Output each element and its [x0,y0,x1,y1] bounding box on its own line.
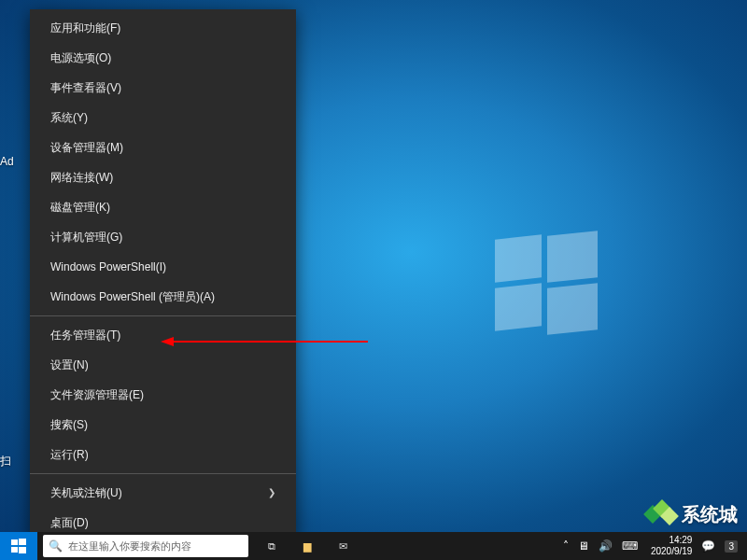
taskbar-app-explorer[interactable]: ▆ [289,532,325,560]
menu-file-explorer[interactable]: 文件资源管理器(E) [30,380,296,410]
watermark: 系统城 [644,500,738,528]
menu-powershell-admin[interactable]: Windows PowerShell (管理员)(A) [30,282,296,312]
taskbar-left: 🔍 在这里输入你要搜索的内容 ⧉ ▆ ✉ [0,532,360,560]
menu-search[interactable]: 搜索(S) [30,410,296,440]
chevron-right-icon: ❯ [268,485,275,500]
desktop-icon-label-partial-2: 扫 [0,454,11,469]
svg-rect-5 [19,547,26,553]
search-icon: 🔍 [49,539,63,553]
task-view-button[interactable]: ⧉ [254,532,289,560]
clock-date: 2020/9/19 [651,546,693,557]
menu-separator [30,473,296,474]
tray-chevron-up-icon[interactable]: ˄ [563,539,569,553]
menu-label: 电源选项(O) [50,50,111,65]
svg-rect-3 [19,539,26,545]
menu-powershell[interactable]: Windows PowerShell(I) [30,252,296,282]
menu-shutdown-signout[interactable]: 关机或注销(U) ❯ [30,478,296,508]
menu-label: 设备管理器(M) [50,140,123,155]
folder-icon: ▆ [303,540,311,553]
clock-time: 14:29 [651,535,693,546]
watermark-text: 系统城 [682,502,738,527]
windows-logo-wallpaper [495,233,598,336]
svg-rect-4 [11,547,18,553]
menu-label: 任务管理器(T) [50,328,120,343]
mail-icon: ✉ [339,540,347,553]
menu-system[interactable]: 系统(Y) [30,103,296,133]
menu-label: Windows PowerShell(I) [50,259,166,274]
ime-indicator-badge[interactable]: 3 [725,540,738,553]
taskbar-app-mail[interactable]: ✉ [325,532,360,560]
taskbar-clock[interactable]: 14:29 2020/9/19 [647,535,693,557]
menu-separator [30,315,296,316]
windows-icon [11,539,26,553]
menu-label: Windows PowerShell (管理员)(A) [50,289,215,304]
action-center-icon[interactable]: 💬 [701,539,715,553]
menu-event-viewer[interactable]: 事件查看器(V) [30,73,296,103]
taskbar-search[interactable]: 🔍 在这里输入你要搜索的内容 [43,535,248,557]
tray-network-icon[interactable]: 🖥 [578,539,589,553]
desktop: Ad 扫 应用和功能(F) 电源选项(O) 事件查看器(V) 系统(Y) 设备管… [0,0,747,560]
search-placeholder: 在这里输入你要搜索的内容 [68,539,191,553]
start-button[interactable] [0,532,37,560]
menu-label: 桌面(D) [50,515,89,530]
menu-device-manager[interactable]: 设备管理器(M) [30,133,296,162]
menu-label: 设置(N) [50,357,89,372]
desktop-icon-label-partial-1: Ad [0,155,14,168]
menu-disk-management[interactable]: 磁盘管理(K) [30,192,296,222]
menu-label: 关机或注销(U) [50,485,122,500]
tray-ime-icon[interactable]: ⌨ [622,539,638,553]
menu-label: 事件查看器(V) [50,80,121,95]
taskbar-tray: ˄ 🖥 🔊 ⌨ 14:29 2020/9/19 💬 3 [563,532,747,560]
menu-label: 运行(R) [50,447,89,462]
tray-volume-icon[interactable]: 🔊 [599,539,613,553]
menu-run[interactable]: 运行(R) [30,440,296,469]
menu-label: 文件资源管理器(E) [50,387,144,402]
menu-task-manager[interactable]: 任务管理器(T) [30,320,296,350]
taskbar: 🔍 在这里输入你要搜索的内容 ⧉ ▆ ✉ ˄ 🖥 🔊 ⌨ 14:29 2020/… [0,532,747,560]
menu-label: 搜索(S) [50,417,88,432]
winx-context-menu: 应用和功能(F) 电源选项(O) 事件查看器(V) 系统(Y) 设备管理器(M)… [30,9,296,541]
menu-power-options[interactable]: 电源选项(O) [30,43,296,73]
menu-computer-management[interactable]: 计算机管理(G) [30,222,296,252]
menu-network-connections[interactable]: 网络连接(W) [30,162,296,192]
menu-apps-and-features[interactable]: 应用和功能(F) [30,13,296,43]
menu-label: 磁盘管理(K) [50,200,110,215]
menu-label: 系统(Y) [50,110,88,125]
menu-settings[interactable]: 设置(N) [30,350,296,380]
menu-label: 网络连接(W) [50,170,113,185]
menu-label: 应用和功能(F) [50,21,120,35]
watermark-logo-icon [644,500,676,528]
svg-rect-2 [11,539,18,545]
task-view-icon: ⧉ [268,540,275,553]
menu-label: 计算机管理(G) [50,230,122,245]
